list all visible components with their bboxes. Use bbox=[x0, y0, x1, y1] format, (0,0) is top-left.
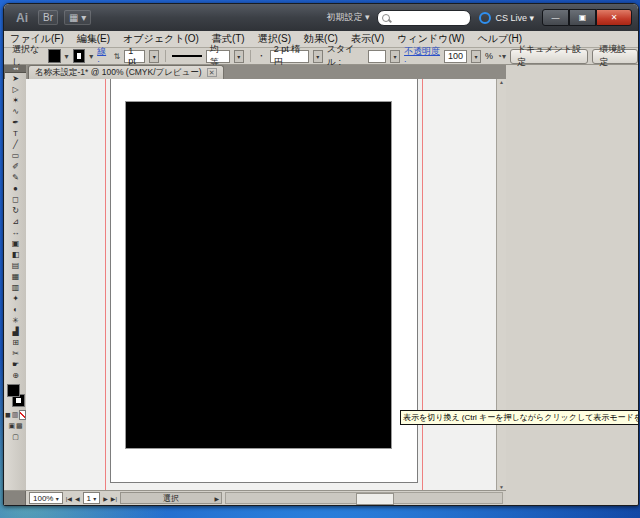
symbol-sprayer-tool[interactable]: ✳ bbox=[5, 315, 26, 326]
prev-artboard-icon[interactable]: ◀ bbox=[75, 495, 80, 502]
canvas[interactable]: ▲ ▼ bbox=[26, 79, 506, 490]
app-logo: Ai bbox=[16, 11, 28, 25]
last-artboard-icon[interactable]: ▶| bbox=[111, 495, 117, 502]
slice-tool[interactable]: ✂ bbox=[5, 348, 26, 359]
canvas-vertical-scrollbar[interactable]: ▲ ▼ bbox=[496, 79, 506, 490]
gradient-button[interactable]: ▥ bbox=[12, 411, 19, 419]
document-setup-button[interactable]: ドキュメント設定 bbox=[510, 49, 588, 64]
brush-dropdown-icon[interactable]: ▾ bbox=[313, 50, 323, 63]
artboard-tool[interactable]: ⊞ bbox=[5, 337, 26, 348]
tooltip: 表示を切り換え (Ctrl キーを押しながらクリックして表示モードを切り換え) bbox=[400, 410, 639, 425]
status-tool-label: 選択 bbox=[163, 493, 179, 504]
preferences-button[interactable]: 環境設定 bbox=[592, 49, 638, 64]
fill-dropdown-icon[interactable]: ▾ bbox=[65, 52, 69, 61]
screen-mode-button[interactable]: ▢ bbox=[12, 433, 19, 441]
cslive-button[interactable]: CS Live ▾ bbox=[479, 12, 534, 24]
opacity-value[interactable]: 100 bbox=[444, 50, 467, 63]
selection-tool[interactable]: ➤ bbox=[5, 73, 26, 84]
tools-panel-header[interactable]: ◂◂ bbox=[5, 65, 26, 73]
lasso-tool[interactable]: ∿ bbox=[5, 106, 26, 117]
rotate-tool[interactable]: ↻ bbox=[5, 205, 26, 216]
arrange-documents-icon[interactable]: ▦ ▾ bbox=[64, 10, 91, 25]
zoom-level-select[interactable]: 100% ▾ bbox=[29, 492, 63, 504]
magic-wand-tool[interactable]: ✶ bbox=[5, 95, 26, 106]
draw-normal-button[interactable]: ▣ bbox=[8, 422, 15, 430]
chevron-right-icon: ▶ bbox=[214, 495, 219, 502]
cslive-label: CS Live ▾ bbox=[495, 13, 534, 23]
recolor-artwork-icon[interactable]: ◔▾ bbox=[497, 52, 506, 61]
menu-item-2[interactable]: オブジェクト(O) bbox=[123, 32, 199, 46]
zoom-tool[interactable]: ⊕ bbox=[5, 370, 26, 381]
drawing-mode-row: ▣ ▩ bbox=[5, 420, 26, 431]
blend-tool[interactable]: ◐ bbox=[5, 304, 26, 315]
rectangle-tool[interactable]: ▭ bbox=[5, 150, 26, 161]
paintbrush-tool[interactable]: ✐ bbox=[5, 161, 26, 172]
workspace-switcher[interactable]: 初期設定 ▾ bbox=[326, 11, 369, 24]
pen-tool[interactable]: ✒ bbox=[5, 117, 26, 128]
search-input[interactable] bbox=[377, 10, 471, 26]
style-dropdown-icon[interactable]: ▾ bbox=[390, 50, 400, 63]
window-controls: — ▣ ✕ bbox=[542, 9, 632, 26]
stroke-width-dropdown-icon[interactable]: ▾ bbox=[149, 50, 159, 63]
status-bar: 100% ▾ |◀ ◀ 1 ▾ ▶ ▶| 選択 ▶ bbox=[4, 490, 506, 505]
gradient-tool[interactable]: ▥ bbox=[5, 282, 26, 293]
profile-value[interactable]: 均等 bbox=[206, 50, 230, 63]
stroke-profile-preview bbox=[172, 55, 202, 57]
screen-mode-row: ▢ bbox=[5, 431, 26, 442]
artboard-number-select[interactable]: 1 ▾ bbox=[83, 492, 101, 504]
stroke-width-value[interactable]: 1 pt bbox=[124, 50, 145, 63]
direct-selection-tool[interactable]: ▷ bbox=[5, 84, 26, 95]
opacity-dropdown-icon[interactable]: ▾ bbox=[471, 50, 481, 63]
mesh-tool[interactable]: ▦ bbox=[5, 271, 26, 282]
control-bar: 選択なし ▾ ▾ 線 : ⇅ 1 pt ▾ 均等 ▾ ・ 2 pt 楕円 ▾ ス… bbox=[4, 48, 638, 65]
type-tool[interactable]: T bbox=[5, 128, 26, 139]
width-tool[interactable]: ↔ bbox=[5, 227, 26, 238]
scroll-up-icon[interactable]: ▲ bbox=[499, 79, 504, 85]
toolbar-fill-swatch[interactable] bbox=[7, 384, 20, 397]
perspective-grid-tool[interactable]: ▤ bbox=[5, 260, 26, 271]
pencil-tool[interactable]: ✎ bbox=[5, 172, 26, 183]
column-graph-tool[interactable]: ▟ bbox=[5, 326, 26, 337]
document-title: 名称未設定-1* @ 100% (CMYK/プレビュー) bbox=[35, 67, 202, 79]
scale-tool[interactable]: ⊿ bbox=[5, 216, 26, 227]
stroke-swatch[interactable] bbox=[73, 49, 86, 63]
hand-tool[interactable]: ☛ bbox=[5, 359, 26, 370]
bridge-icon[interactable]: Br bbox=[38, 10, 58, 25]
eyedropper-tool[interactable]: ✦ bbox=[5, 293, 26, 304]
search-icon bbox=[382, 14, 390, 22]
shape-builder-tool[interactable]: ◧ bbox=[5, 249, 26, 260]
brush-preview: ・ bbox=[257, 50, 266, 63]
menu-item-8[interactable]: ヘルプ(H) bbox=[478, 32, 523, 46]
stroke-width-stepper[interactable]: ⇅ bbox=[113, 52, 120, 61]
first-artboard-icon[interactable]: |◀ bbox=[66, 495, 72, 502]
free-transform-tool[interactable]: ▣ bbox=[5, 238, 26, 249]
black-rectangle[interactable] bbox=[125, 101, 392, 449]
canvas-horizontal-scrollbar[interactable] bbox=[225, 492, 503, 504]
fill-stroke-cluster bbox=[5, 383, 26, 409]
minimize-button[interactable]: — bbox=[542, 9, 569, 26]
title-bar: Ai Br ▦ ▾ 初期設定 ▾ CS Live ▾ — ▣ ✕ bbox=[4, 4, 638, 31]
status-bar-corner bbox=[4, 491, 26, 505]
brush-value[interactable]: 2 pt 楕円 bbox=[270, 50, 309, 63]
cslive-icon bbox=[479, 12, 491, 24]
style-value[interactable] bbox=[368, 50, 387, 63]
blob-brush-tool[interactable]: ● bbox=[5, 183, 26, 194]
stroke-dropdown-icon[interactable]: ▾ bbox=[89, 52, 93, 61]
status-tool-field[interactable]: 選択 ▶ bbox=[120, 492, 222, 504]
fill-swatch[interactable] bbox=[48, 49, 61, 63]
next-artboard-icon[interactable]: ▶ bbox=[103, 495, 108, 502]
restore-button[interactable]: ▣ bbox=[569, 9, 596, 26]
color-button[interactable]: ◼ bbox=[5, 411, 11, 419]
chevron-down-icon: ▾ bbox=[56, 495, 59, 502]
illustrator-window: Ai Br ▦ ▾ 初期設定 ▾ CS Live ▾ — ▣ ✕ ファイル(F)… bbox=[3, 3, 639, 506]
line-segment-tool[interactable]: ╱ bbox=[5, 139, 26, 150]
tab-close-icon[interactable]: ✕ bbox=[207, 68, 217, 77]
draw-behind-button[interactable]: ▩ bbox=[16, 422, 23, 430]
scrollbar-thumb[interactable] bbox=[356, 493, 394, 505]
profile-dropdown-icon[interactable]: ▾ bbox=[234, 50, 244, 63]
tools-panel: ◂◂ ➤▷✶∿✒T╱▭✐✎●◻↻⊿↔▣◧▤▦▥✦◐✳▟⊞✂☛⊕ ◼ ▥ ▣ ▩ … bbox=[5, 65, 27, 490]
eraser-tool[interactable]: ◻ bbox=[5, 194, 26, 205]
document-tab[interactable]: 名称未設定-1* @ 100% (CMYK/プレビュー) ✕ bbox=[28, 65, 224, 79]
color-mode-row: ◼ ▥ bbox=[5, 409, 26, 420]
close-button[interactable]: ✕ bbox=[596, 9, 632, 26]
